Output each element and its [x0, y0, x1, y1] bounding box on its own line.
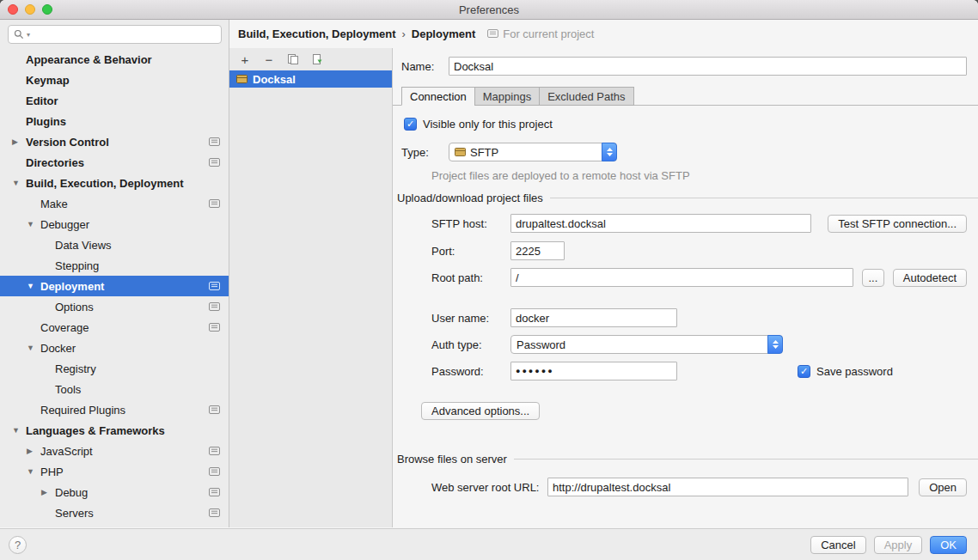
sidebar-item-label: Appearance & Behavior	[26, 53, 152, 66]
username-input[interactable]	[510, 308, 677, 327]
zoom-window-button[interactable]	[42, 4, 52, 15]
upload-section-header: Upload/download project files	[397, 191, 978, 204]
sidebar-item-appearance-behavior[interactable]: Appearance & Behavior	[0, 49, 229, 70]
test-sftp-connection-button[interactable]: Test SFTP connection...	[828, 215, 967, 233]
search-input[interactable]	[33, 27, 216, 42]
screen-icon	[209, 302, 220, 312]
sidebar-item-label: Registry	[55, 362, 96, 375]
type-dropdown[interactable]: SFTP	[449, 143, 617, 161]
sidebar-item-servers[interactable]: Servers	[0, 502, 229, 523]
tab-connection[interactable]: Connection	[401, 87, 475, 106]
sidebar-item-debug[interactable]: ▶Debug	[0, 482, 229, 502]
sidebar-item-label: Make	[40, 198, 68, 210]
type-hint-text: Project files are deployed to a remote h…	[431, 169, 690, 182]
sidebar-item-registry[interactable]: Registry	[0, 358, 229, 379]
port-input[interactable]	[510, 241, 565, 260]
web-root-input[interactable]	[547, 478, 908, 496]
sidebar-item-deployment[interactable]: ▼Deployment	[0, 276, 229, 296]
minimize-window-button[interactable]	[25, 4, 35, 15]
sidebar-item-required-plugins[interactable]: Required Plugins	[0, 399, 229, 420]
sidebar-item-label: Deployment	[40, 280, 104, 293]
sidebar-item-keymap[interactable]: Keymap	[0, 70, 229, 90]
chevron-down-icon[interactable]: ▼	[27, 344, 40, 352]
copy-icon[interactable]	[286, 52, 300, 66]
sidebar-item-data-views[interactable]: Data Views	[0, 234, 229, 255]
screen-icon	[209, 323, 220, 332]
server-list-item-docksal[interactable]: Docksal	[229, 70, 392, 88]
chevron-down-icon[interactable]: ▼	[27, 282, 40, 290]
apply-button[interactable]: Apply	[874, 536, 923, 554]
open-button[interactable]: Open	[919, 478, 967, 496]
chevron-right-icon[interactable]: ▶	[41, 488, 55, 496]
tab-mappings[interactable]: Mappings	[474, 87, 540, 106]
ok-button[interactable]: OK	[930, 536, 967, 554]
sidebar-item-languages-frameworks[interactable]: ▼Languages & Frameworks	[0, 420, 229, 441]
screen-icon	[209, 488, 220, 497]
sftp-icon	[455, 147, 466, 157]
screen-icon	[209, 447, 220, 456]
root-path-input[interactable]	[510, 268, 853, 287]
chevron-down-icon[interactable]: ▼	[12, 426, 26, 435]
sftp-host-label: SFTP host:	[431, 217, 510, 230]
sidebar-item-label: Docker	[40, 342, 76, 355]
sidebar-item-label: Data Views	[55, 239, 112, 252]
sidebar-item-label: JavaScript	[40, 445, 93, 458]
search-options-chevron-icon[interactable]: ▾	[27, 31, 30, 39]
sidebar-item-editor[interactable]: Editor	[0, 90, 229, 111]
save-password-label: Save password	[816, 365, 893, 378]
traffic-lights	[8, 4, 52, 15]
breadcrumb-parent[interactable]: Build, Execution, Deployment	[238, 27, 395, 40]
advanced-options-button[interactable]: Advanced options...	[421, 402, 540, 420]
close-window-button[interactable]	[8, 4, 18, 15]
sidebar-item-plugins[interactable]: Plugins	[0, 111, 229, 131]
sidebar-item-label: Options	[55, 301, 94, 313]
sidebar-item-javascript[interactable]: ▶JavaScript	[0, 441, 229, 461]
project-scope-label: For current project	[503, 27, 594, 40]
sidebar-item-label: Directories	[26, 156, 84, 169]
server-item-label: Docksal	[253, 73, 296, 86]
add-icon[interactable]: +	[238, 52, 252, 66]
user-name-label: User name:	[431, 312, 510, 325]
screen-icon	[209, 282, 220, 291]
sidebar-item-tools[interactable]: Tools	[0, 379, 229, 399]
cancel-button[interactable]: Cancel	[810, 536, 865, 554]
visible-only-label: Visible only for this project	[423, 118, 553, 131]
chevron-down-icon[interactable]: ▼	[27, 220, 40, 228]
browse-root-path-button[interactable]: ...	[862, 269, 884, 287]
paste-icon[interactable]	[310, 52, 324, 66]
breadcrumb-separator: ›	[401, 27, 405, 40]
sidebar-item-label: PHP	[40, 466, 64, 478]
sidebar-item-docker[interactable]: ▼Docker	[0, 338, 229, 358]
remove-icon[interactable]: −	[262, 52, 276, 66]
sidebar-item-options[interactable]: Options	[0, 296, 229, 317]
screen-icon	[209, 467, 220, 477]
sidebar-item-debugger[interactable]: ▼Debugger	[0, 214, 229, 234]
sidebar-item-version-control[interactable]: ▶Version Control	[0, 131, 229, 152]
sidebar-item-build-execution-deployment[interactable]: ▼Build, Execution, Deployment	[0, 173, 229, 193]
auth-type-dropdown[interactable]: Password	[510, 335, 783, 354]
sidebar-tree: Appearance & BehaviorKeymapEditorPlugins…	[0, 49, 229, 523]
chevron-down-icon[interactable]: ▼	[27, 467, 40, 476]
autodetect-button[interactable]: Autodetect	[893, 269, 967, 287]
sidebar-item-php[interactable]: ▼PHP	[0, 461, 229, 482]
chevron-right-icon[interactable]: ▶	[27, 447, 40, 455]
chevron-down-icon[interactable]: ▼	[12, 179, 26, 187]
auth-type-value: Password	[517, 338, 565, 351]
sidebar-item-stepping[interactable]: Stepping	[0, 255, 229, 276]
sidebar-item-make[interactable]: Make	[0, 193, 229, 214]
sidebar-item-directories[interactable]: Directories	[0, 152, 229, 173]
name-input[interactable]	[449, 57, 967, 76]
sftp-host-input[interactable]	[510, 214, 811, 233]
sidebar-item-coverage[interactable]: Coverage	[0, 317, 229, 338]
save-password-checkbox[interactable]: ✓	[798, 365, 810, 378]
title-bar: Preferences	[0, 0, 978, 20]
sidebar-item-label: Debug	[55, 486, 88, 499]
password-input[interactable]	[510, 362, 677, 380]
tab-excluded-paths[interactable]: Excluded Paths	[539, 87, 633, 106]
type-label: Type:	[401, 146, 449, 159]
settings-search[interactable]: ▾	[8, 25, 222, 44]
visible-only-checkbox[interactable]: ✓	[404, 118, 417, 131]
tab-strip: ConnectionMappingsExcluded Paths	[393, 86, 978, 106]
help-button[interactable]: ?	[9, 536, 27, 554]
chevron-right-icon[interactable]: ▶	[12, 137, 26, 146]
